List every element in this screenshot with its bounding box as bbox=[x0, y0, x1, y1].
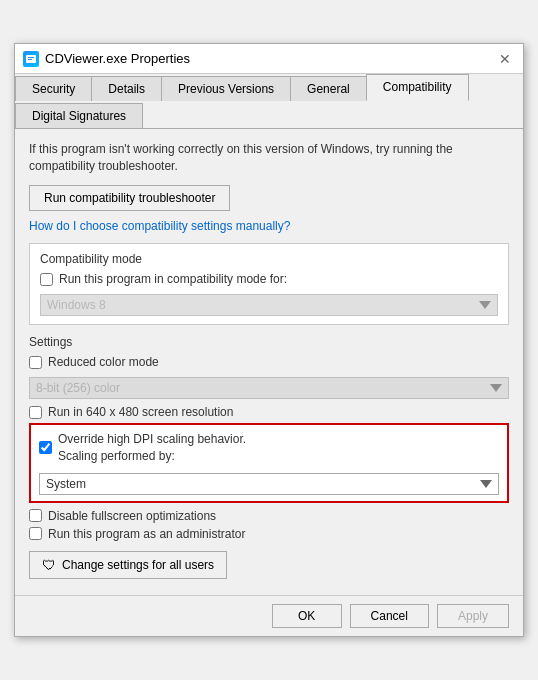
help-link[interactable]: How do I choose compatibility settings m… bbox=[29, 219, 509, 233]
fullscreen-row: Disable fullscreen optimizations bbox=[29, 509, 509, 523]
troubleshoot-button[interactable]: Run compatibility troubleshooter bbox=[29, 185, 230, 211]
dpi-override-section: Override high DPI scaling behavior. Scal… bbox=[29, 423, 509, 503]
app-icon bbox=[23, 51, 39, 67]
tab-digital-signatures[interactable]: Digital Signatures bbox=[15, 103, 143, 128]
color-depth-dropdown[interactable]: 8-bit (256) color 16-bit color bbox=[29, 377, 509, 399]
fullscreen-checkbox[interactable] bbox=[29, 509, 42, 522]
dpi-override-checkbox[interactable] bbox=[39, 441, 52, 454]
title-bar: CDViewer.exe Properties ✕ bbox=[15, 44, 523, 74]
dpi-dropdown[interactable]: System Application System (Enhanced) bbox=[39, 473, 499, 495]
shield-icon: 🛡 bbox=[42, 557, 56, 573]
compatibility-mode-checkbox-label: Run this program in compatibility mode f… bbox=[59, 272, 287, 286]
dpi-override-row: Override high DPI scaling behavior. Scal… bbox=[39, 431, 499, 465]
run-admin-row: Run this program as an administrator bbox=[29, 527, 509, 541]
screen-640-label: Run in 640 x 480 screen resolution bbox=[48, 405, 233, 419]
dpi-scaling-label: Scaling performed by: bbox=[58, 449, 175, 463]
settings-section: Settings Reduced color mode 8-bit (256) … bbox=[29, 335, 509, 541]
cancel-button[interactable]: Cancel bbox=[350, 604, 429, 628]
run-admin-checkbox[interactable] bbox=[29, 527, 42, 540]
reduced-color-checkbox[interactable] bbox=[29, 356, 42, 369]
title-bar-left: CDViewer.exe Properties bbox=[23, 51, 190, 67]
compatibility-mode-checkbox[interactable] bbox=[40, 273, 53, 286]
screen-640-checkbox[interactable] bbox=[29, 406, 42, 419]
tab-previous-versions[interactable]: Previous Versions bbox=[161, 76, 291, 101]
change-settings-label: Change settings for all users bbox=[62, 558, 214, 572]
properties-window: CDViewer.exe Properties ✕ Security Detai… bbox=[14, 43, 524, 636]
run-admin-label: Run this program as an administrator bbox=[48, 527, 245, 541]
ok-button[interactable]: OK bbox=[272, 604, 342, 628]
change-settings-button[interactable]: 🛡 Change settings for all users bbox=[29, 551, 227, 579]
fullscreen-label: Disable fullscreen optimizations bbox=[48, 509, 216, 523]
svg-rect-2 bbox=[28, 59, 32, 60]
tab-security[interactable]: Security bbox=[15, 76, 92, 101]
main-content: If this program isn't working correctly … bbox=[15, 129, 523, 594]
window-title: CDViewer.exe Properties bbox=[45, 51, 190, 66]
svg-rect-1 bbox=[28, 57, 34, 58]
compatibility-mode-dropdown[interactable]: Windows 8 Windows 7 Windows Vista Window… bbox=[40, 294, 498, 316]
reduced-color-label: Reduced color mode bbox=[48, 355, 159, 369]
close-button[interactable]: ✕ bbox=[495, 49, 515, 69]
dpi-override-label: Override high DPI scaling behavior. bbox=[58, 432, 246, 446]
settings-label: Settings bbox=[29, 335, 509, 349]
reduced-color-row: Reduced color mode bbox=[29, 355, 509, 369]
dpi-label-block: Override high DPI scaling behavior. Scal… bbox=[58, 431, 246, 465]
compatibility-mode-section: Compatibility mode Run this program in c… bbox=[29, 243, 509, 325]
tab-details[interactable]: Details bbox=[91, 76, 162, 101]
apply-button[interactable]: Apply bbox=[437, 604, 509, 628]
tab-general[interactable]: General bbox=[290, 76, 367, 101]
compatibility-mode-row: Run this program in compatibility mode f… bbox=[40, 272, 498, 286]
tabs-row: Security Details Previous Versions Gener… bbox=[15, 74, 523, 129]
intro-text: If this program isn't working correctly … bbox=[29, 141, 509, 175]
compatibility-mode-label: Compatibility mode bbox=[40, 252, 498, 266]
tab-compatibility[interactable]: Compatibility bbox=[366, 74, 469, 101]
screen-640-row: Run in 640 x 480 screen resolution bbox=[29, 405, 509, 419]
footer-buttons: OK Cancel Apply bbox=[15, 595, 523, 636]
